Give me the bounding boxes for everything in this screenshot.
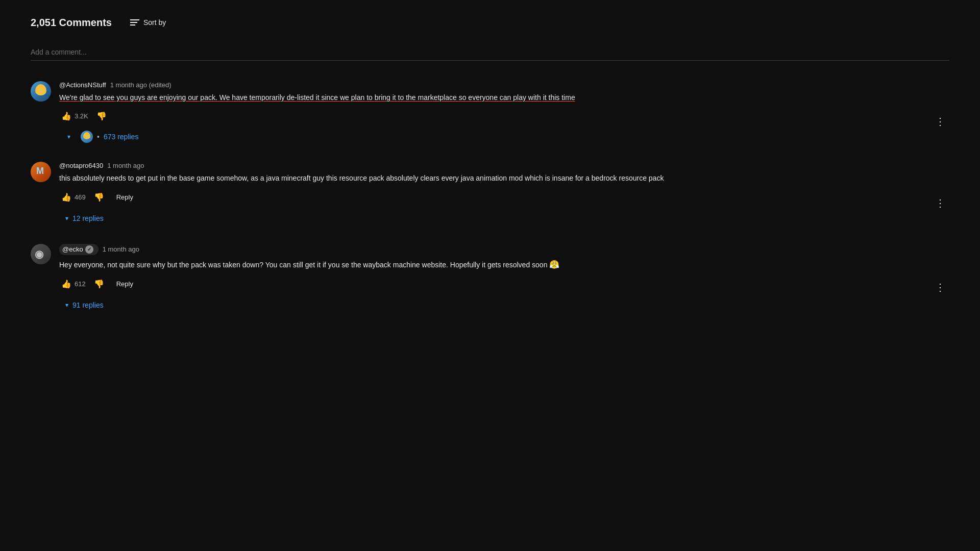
replies-toggle-actionsn[interactable]: ▾ — [61, 130, 77, 143]
comment-body-actionsn: @ActionsNStuff 1 month ago (edited) We'r… — [59, 81, 931, 143]
comment-time-ecko: 1 month ago — [103, 245, 139, 253]
dislike-icon-notapro: 👎 — [94, 192, 104, 202]
replies-count-notapro: 12 replies — [72, 214, 104, 222]
like-count-actionsn: 3.2K — [75, 112, 88, 120]
add-comment-input[interactable] — [31, 44, 949, 61]
comments-count: 2,051 Comments — [31, 17, 112, 29]
comment-actions-actionsn: 👍 3.2K 👎 — [59, 108, 931, 124]
comment-text-ecko: Hey everyone, not quite sure why but the… — [59, 258, 931, 271]
sort-icon — [130, 19, 139, 26]
comment-author-ecko[interactable]: @ecko ✓ — [59, 244, 99, 255]
like-button-ecko[interactable]: 👍 612 — [59, 276, 88, 292]
avatar-actionsn — [31, 81, 51, 102]
comment-meta-ecko: @ecko ✓ 1 month ago — [59, 244, 931, 255]
comment-actions-notapro: 👍 469 👎 Reply — [59, 189, 931, 205]
comment-meta-actionsn: @ActionsNStuff 1 month ago (edited) — [59, 81, 931, 89]
dislike-icon-ecko: 👎 — [94, 279, 104, 289]
avatar-notapro — [31, 162, 51, 182]
add-comment-input-wrapper — [31, 44, 949, 61]
replies-section-ecko: ▾ 91 replies — [59, 298, 931, 312]
reply-button-ecko[interactable]: Reply — [110, 277, 139, 291]
chevron-down-icon-actionsn: ▾ — [67, 133, 70, 140]
sort-by-button[interactable]: Sort by — [124, 15, 172, 30]
like-count-notapro: 469 — [75, 193, 86, 201]
more-options-notapro[interactable]: ⋮ — [931, 162, 949, 243]
comment-text-underline-actionsn: We're glad to see you guys are enjoying … — [59, 93, 575, 102]
verified-badge-ecko: ✓ — [85, 245, 93, 254]
comment-text-actionsn: We're glad to see you guys are enjoying … — [59, 92, 931, 103]
replies-count-actionsn[interactable]: 673 replies — [104, 133, 139, 141]
comment-row-ecko: @ecko ✓ 1 month ago Hey everyone, not qu… — [31, 244, 949, 331]
like-button-actionsn[interactable]: 👍 3.2K — [59, 108, 90, 124]
comment-author-actionsn[interactable]: @ActionsNStuff — [59, 81, 106, 89]
comment-text-notapro: this absolutely needs to get put in the … — [59, 172, 931, 184]
replies-toggle-notapro[interactable]: ▾ 12 replies — [59, 211, 110, 226]
comment-row-actionsn: @ActionsNStuff 1 month ago (edited) We'r… — [31, 81, 949, 162]
dislike-icon-actionsn: 👎 — [96, 111, 107, 121]
replies-toggle-ecko[interactable]: ▾ 91 replies — [59, 298, 110, 312]
comment-row-notapro: @notapro6430 1 month ago this absolutely… — [31, 162, 949, 243]
more-options-actionsn[interactable]: ⋮ — [931, 81, 949, 162]
comments-header: 2,051 Comments Sort by — [31, 15, 949, 30]
sort-by-label: Sort by — [143, 18, 166, 27]
comment-actions-ecko: 👍 612 👎 Reply — [59, 276, 931, 292]
comment-meta-notapro: @notapro6430 1 month ago — [59, 162, 931, 169]
dislike-button-notapro[interactable]: 👎 — [92, 189, 106, 205]
dislike-button-ecko[interactable]: 👎 — [92, 276, 106, 292]
like-count-ecko: 612 — [75, 280, 86, 288]
like-icon-actionsn: 👍 — [61, 111, 71, 121]
dot-actionsn: • — [97, 133, 100, 141]
like-icon-ecko: 👍 — [61, 279, 71, 289]
comment-body-notapro: @notapro6430 1 month ago this absolutely… — [59, 162, 931, 225]
replies-section-notapro: ▾ 12 replies — [59, 211, 931, 226]
dislike-button-actionsn[interactable]: 👎 — [94, 108, 109, 124]
chevron-down-icon-notapro: ▾ — [65, 215, 68, 222]
comment-author-notapro[interactable]: @notapro6430 — [59, 162, 103, 169]
avatar-ecko — [31, 244, 51, 264]
replies-preview-actionsn: ▾ • 673 replies — [61, 130, 931, 143]
reply-avatar-actionsn — [81, 131, 93, 143]
comment-time-actionsn: 1 month ago (edited) — [110, 81, 172, 89]
replies-count-ecko: 91 replies — [72, 301, 104, 309]
like-button-notapro[interactable]: 👍 469 — [59, 189, 88, 205]
emoji-ecko: 😤 — [549, 260, 559, 269]
like-icon-notapro: 👍 — [61, 192, 71, 202]
comment-time-notapro: 1 month ago — [107, 162, 144, 169]
reply-button-notapro[interactable]: Reply — [110, 190, 139, 204]
chevron-down-icon-ecko: ▾ — [65, 302, 68, 309]
comment-body-ecko: @ecko ✓ 1 month ago Hey everyone, not qu… — [59, 244, 931, 313]
more-options-ecko[interactable]: ⋮ — [931, 244, 949, 331]
add-comment-section — [31, 44, 949, 63]
